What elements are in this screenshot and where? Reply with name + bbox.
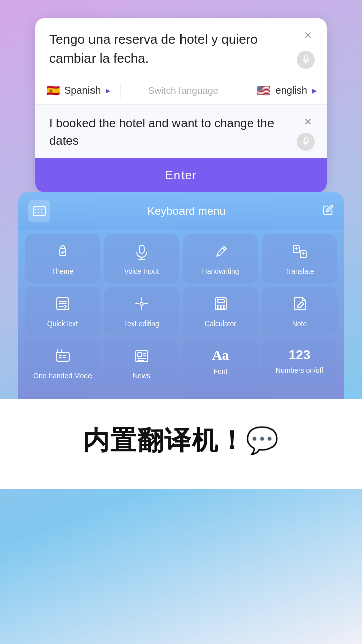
source-text: Tengo una reserva de hotel y quiero camb… [49,30,313,68]
keyboard-item-voice-input[interactable]: Voice Input [104,234,179,283]
keyboard-item-theme[interactable]: Theme [25,234,100,283]
handwriting-label: Handwriting [202,267,239,276]
bottom-emoji: 💬 [246,426,280,455]
font-icon: Aa [212,348,229,362]
keyboard-item-handwriting[interactable]: Handwriting [183,234,258,283]
font-label: Font [213,367,227,376]
translation-card: Tengo una reserva de hotel y quiero camb… [35,18,327,192]
translate-label: Translate [285,267,314,276]
source-language-button[interactable]: 🇪🇸 Spanish ▶ [35,76,120,104]
translate-icon [292,244,308,262]
note-icon [292,296,308,314]
note-label: Note [292,319,307,328]
target-language-button[interactable]: 🇺🇸 english ▶ [246,76,327,104]
quicktext-label: QuickText [47,319,78,328]
keyboard-header: Keyboard menu [18,192,344,230]
enter-button[interactable]: Enter [35,158,327,192]
keyboard-menu-title: Keyboard menu [147,205,225,218]
keyboard-item-news[interactable]: News [104,339,179,387]
handwriting-icon [213,244,229,262]
source-chevron-icon: ▶ [106,87,110,94]
keyboard-item-note[interactable]: Note [262,287,337,335]
onehanded-label: One-handed Mode [33,372,92,380]
keyboard-item-text-editing[interactable]: Text editing [104,287,179,335]
theme-label: Theme [52,267,74,276]
svg-point-28 [220,305,221,306]
news-label: News [133,372,150,380]
keyboard-item-numbers[interactable]: 123 Numbers on/off [262,339,337,387]
translation-result-area: I booked the hotel and want to change th… [35,104,327,158]
keyboard-item-quicktext[interactable]: QuickText [25,287,100,335]
source-text-area: Tengo una reserva de hotel y quiero camb… [35,18,327,76]
target-flag: 🇺🇸 [256,85,272,96]
edit-icon[interactable] [323,204,334,218]
language-row: 🇪🇸 Spanish ▶ Switch language 🇺🇸 english … [35,76,327,104]
svg-rect-41 [138,353,142,357]
result-mic-button[interactable] [297,133,315,151]
source-language-label: Spanish [64,85,101,96]
theme-icon [55,244,71,262]
svg-rect-10 [139,245,144,253]
switch-language-button[interactable]: Switch language [121,77,245,104]
news-icon [134,348,150,367]
calculator-label: Calculator [205,319,236,328]
close-result-button[interactable]: ✕ [301,115,315,129]
voice-input-icon [134,244,150,262]
keyboard-toggle-icon[interactable] [28,200,50,222]
numbers-icon: 123 [289,348,310,361]
quicktext-icon [55,296,71,314]
bottom-cjk-text: 内置翻译机！ [83,426,246,455]
svg-rect-33 [56,352,69,361]
text-editing-label: Text editing [124,319,159,328]
svg-line-13 [222,248,225,250]
svg-point-32 [223,308,224,309]
onehanded-icon [55,348,71,367]
source-flag: 🇪🇸 [45,85,60,96]
calculator-icon [213,296,229,314]
keyboard-item-onehanded[interactable]: One-handed Mode [25,339,100,387]
keyboard-item-font[interactable]: Aa Font [183,339,258,387]
svg-point-29 [223,305,224,306]
numbers-label: Numbers on/off [276,366,323,375]
svg-point-20 [140,302,143,305]
text-editing-icon [134,296,150,314]
target-chevron-icon: ▶ [312,87,317,94]
voice-input-label: Voice Input [124,267,159,276]
svg-point-27 [217,305,218,306]
keyboard-item-translate[interactable]: Translate [262,234,337,283]
target-language-label: english [276,85,307,96]
keyboard-item-calculator[interactable]: Calculator [183,287,258,335]
svg-rect-2 [33,207,45,216]
keyboard-panel: Keyboard menu Theme [18,192,344,399]
keyboard-grid: Theme Voice Input [18,230,344,391]
close-source-button[interactable]: ✕ [301,28,315,42]
bottom-section: 内置翻译机！💬 [0,399,362,489]
svg-point-31 [220,308,221,309]
svg-rect-26 [217,300,224,303]
result-text: I booked the hotel and want to change th… [49,115,313,150]
svg-point-30 [217,308,218,309]
